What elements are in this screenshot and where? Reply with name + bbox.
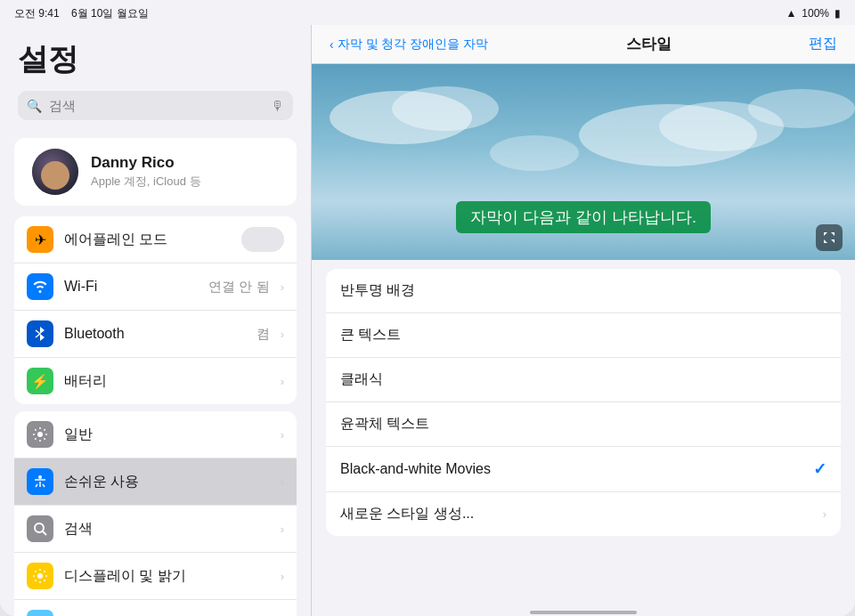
svg-point-4 xyxy=(35,523,44,532)
settings-item-bluetooth[interactable]: Bluetooth 켬 › xyxy=(14,311,297,358)
multitasking-icon xyxy=(27,610,53,616)
svg-point-22 xyxy=(490,135,579,171)
bluetooth-label: Bluetooth xyxy=(64,326,246,342)
sidebar-header: 설정 🔍 🎙 xyxy=(0,25,311,129)
settings-list: ✈ 에어플레인 모드 Wi-Fi 연결 안 됨 › xyxy=(0,206,311,616)
airplane-label: 에어플레인 모드 xyxy=(64,231,231,249)
style-item-label-classic: 클래식 xyxy=(340,370,383,389)
style-item-new-style[interactable]: 새로운 스타일 생성... › xyxy=(326,492,841,536)
style-item-classic[interactable]: 클래식 xyxy=(326,358,841,402)
settings-item-airplane[interactable]: ✈ 에어플레인 모드 xyxy=(14,216,297,263)
style-item-chevron-new-style: › xyxy=(823,507,826,521)
search-bar[interactable]: 🔍 🎙 xyxy=(18,91,293,120)
nav-bar: ‹ 자막 및 청각 장애인을 자막 스타일 편집 xyxy=(312,25,855,64)
svg-line-1 xyxy=(36,334,40,337)
display-icon xyxy=(27,563,53,589)
profile-name: Danny Rico xyxy=(91,154,201,172)
video-preview: 자막이 다음과 같이 나타납니다. xyxy=(312,64,855,260)
settings-item-search[interactable]: 검색 › xyxy=(14,506,297,553)
bluetooth-value: 켬 xyxy=(256,326,270,343)
profile-info: Danny Rico Apple 계정, iCloud 등 xyxy=(91,154,201,190)
search-input[interactable] xyxy=(49,98,264,113)
svg-point-2 xyxy=(37,432,43,437)
wifi-status-icon: ▲ xyxy=(786,7,796,20)
settings-item-wifi[interactable]: Wi-Fi 연결 안 됨 › xyxy=(14,263,297,311)
nav-back-chevron: ‹ xyxy=(330,37,334,52)
avatar xyxy=(32,149,78,195)
main-panel: ‹ 자막 및 청각 장애인을 자막 스타일 편집 xyxy=(312,25,855,616)
nav-back-label: 자막 및 청각 장애인을 자막 xyxy=(338,36,489,53)
settings-item-battery[interactable]: ⚡ 배터리 › xyxy=(14,358,297,404)
wifi-icon xyxy=(27,273,53,300)
battery-percent: 100% xyxy=(802,7,829,20)
accessibility-icon xyxy=(27,468,53,495)
nav-action-button[interactable]: 편집 xyxy=(809,35,837,53)
settings-group-connectivity: ✈ 에어플레인 모드 Wi-Fi 연결 안 됨 › xyxy=(14,216,297,404)
airplane-toggle[interactable] xyxy=(241,227,284,252)
display-label: 디스플레이 및 밝기 xyxy=(64,567,270,586)
style-item-outline-text[interactable]: 윤곽체 텍스트 xyxy=(326,402,841,447)
search-icon: 🔍 xyxy=(27,99,42,113)
settings-item-display[interactable]: 디스플레이 및 밝기 › xyxy=(14,553,297,600)
svg-point-6 xyxy=(37,573,43,579)
search-chevron: › xyxy=(281,523,284,536)
general-icon xyxy=(27,421,53,448)
wifi-chevron: › xyxy=(281,280,284,294)
style-item-check-bw-movies: ✓ xyxy=(813,459,826,479)
svg-line-0 xyxy=(36,330,40,334)
display-chevron: › xyxy=(281,570,284,583)
wifi-value: 연결 안 됨 xyxy=(208,279,269,296)
home-indicator xyxy=(312,609,855,616)
general-label: 일반 xyxy=(64,426,270,444)
style-item-label-large-text: 큰 텍스트 xyxy=(340,326,401,344)
general-chevron: › xyxy=(281,428,284,442)
settings-item-multitasking[interactable]: 멀티태스킹 및 제스처 › xyxy=(14,600,297,616)
nav-back-button[interactable]: ‹ 자막 및 청각 장애인을 자막 xyxy=(330,36,488,53)
style-item-label-transparent-bg: 반투명 배경 xyxy=(340,281,415,300)
nav-title: 스타일 xyxy=(626,34,672,54)
mic-icon[interactable]: 🎙 xyxy=(271,98,284,113)
subtitle-overlay: 자막이 다음과 같이 나타납니다. xyxy=(456,201,711,233)
profile-row[interactable]: Danny Rico Apple 계정, iCloud 등 xyxy=(14,138,297,206)
airplane-icon: ✈ xyxy=(27,226,53,253)
battery-icon: ▮ xyxy=(835,7,841,20)
home-bar xyxy=(530,611,637,614)
svg-point-3 xyxy=(38,475,42,479)
profile-subtitle: Apple 계정, iCloud 등 xyxy=(91,174,201,190)
svg-point-23 xyxy=(748,89,855,128)
wifi-label: Wi-Fi xyxy=(64,279,198,295)
style-item-label-outline-text: 윤곽체 텍스트 xyxy=(340,415,429,434)
status-time-date: 오전 9:41 6월 10일 월요일 xyxy=(14,6,149,21)
style-group: 반투명 배경 큰 텍스트 클래식 윤곽체 텍스트 Black-and-white… xyxy=(326,269,841,536)
svg-point-19 xyxy=(392,86,499,131)
status-indicators: ▲ 100% ▮ xyxy=(786,7,841,20)
style-item-label-bw-movies: Black-and-white Movies xyxy=(340,461,491,477)
style-item-bw-movies[interactable]: Black-and-white Movies ✓ xyxy=(326,447,841,492)
style-item-transparent-bg[interactable]: 반투명 배경 xyxy=(326,269,841,313)
search-settings-icon xyxy=(27,515,53,542)
battery-settings-icon: ⚡ xyxy=(27,368,53,394)
settings-item-accessibility[interactable]: 손쉬운 사용 › xyxy=(14,458,297,506)
accessibility-chevron: › xyxy=(281,475,284,489)
search-settings-label: 검색 xyxy=(64,520,270,539)
style-item-label-new-style: 새로운 스타일 생성... xyxy=(340,505,474,523)
svg-line-5 xyxy=(43,531,46,535)
accessibility-label: 손쉬운 사용 xyxy=(64,473,270,491)
app-container: 설정 🔍 🎙 Danny Rico Apple 계정, iCloud 등 xyxy=(0,0,855,616)
expand-button[interactable] xyxy=(816,224,843,251)
sidebar-title: 설정 xyxy=(18,39,293,80)
battery-chevron: › xyxy=(281,375,284,388)
style-item-large-text[interactable]: 큰 텍스트 xyxy=(326,313,841,358)
bluetooth-chevron: › xyxy=(281,328,284,341)
style-list: 반투명 배경 큰 텍스트 클래식 윤곽체 텍스트 Black-and-white… xyxy=(312,260,855,609)
settings-item-general[interactable]: 일반 › xyxy=(14,411,297,458)
battery-label: 배터리 xyxy=(64,372,270,391)
settings-sidebar: 설정 🔍 🎙 Danny Rico Apple 계정, iCloud 등 xyxy=(0,25,312,616)
settings-group-system: 일반 › 손쉬운 사용 › xyxy=(14,411,297,616)
bluetooth-icon xyxy=(27,320,53,347)
status-bar: 오전 9:41 6월 10일 월요일 ▲ 100% ▮ xyxy=(0,0,855,25)
